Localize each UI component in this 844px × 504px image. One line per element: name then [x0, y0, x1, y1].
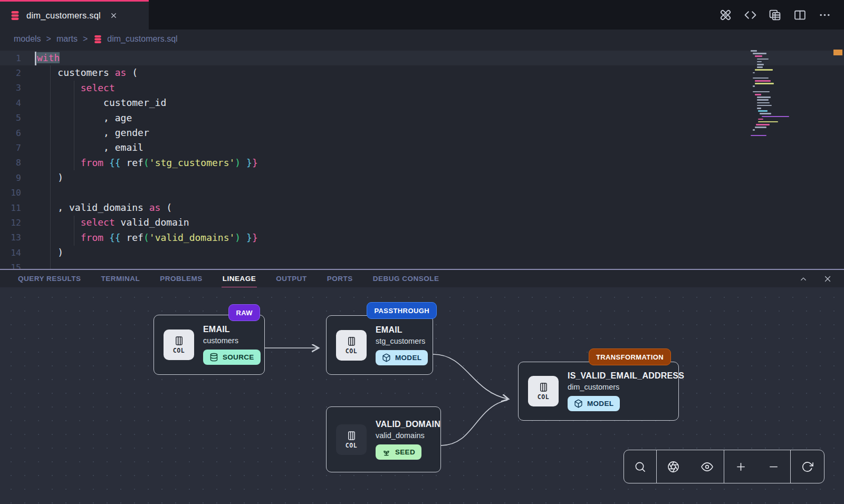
code-line-6[interactable]: 6 , gender [0, 125, 844, 140]
node-type-badge: TRANSFORMATION [589, 348, 671, 365]
zoom-out-button[interactable] [757, 450, 791, 483]
cube-icon [382, 353, 391, 362]
code-line-4[interactable]: 4 customer_id [0, 95, 844, 110]
lineage-node-valid_domains[interactable]: COLVALID_DOMAINvalid_domainsSEED [326, 406, 441, 472]
line-number: 5 [0, 113, 35, 123]
columns-icon [346, 430, 357, 441]
tab-bar: dim_customers.sql [0, 0, 844, 30]
col-chip[interactable]: COL [528, 376, 559, 406]
col-chip-label: COL [346, 347, 358, 355]
search-button[interactable] [624, 450, 656, 483]
code-line-13[interactable]: 13 from {{ ref('valid_domains') }} [0, 230, 844, 245]
split-editor-button[interactable] [793, 8, 807, 22]
panel-tab-debug-console[interactable]: DEBUG CONSOLE [373, 275, 439, 283]
line-number: 9 [0, 173, 35, 183]
database-solid-icon [93, 34, 103, 44]
code-line-14[interactable]: 14 ) [0, 245, 844, 260]
text-cursor [35, 52, 36, 65]
chevron-up-icon [799, 274, 808, 284]
code-line-10[interactable]: 10 [0, 186, 844, 200]
lineage-node-dim_customers[interactable]: TRANSFORMATIONCOLIS_VALID_EMAIL_ADDRESSd… [518, 362, 679, 421]
editor-actions [719, 0, 844, 30]
lineage-node-customers[interactable]: RAWCOLEMAILcustomersSOURCE [154, 315, 265, 375]
close-panel-button[interactable] [823, 274, 832, 284]
node-subtitle: dim_customers [568, 383, 619, 391]
code-line-1[interactable]: 1with [0, 51, 844, 65]
code-text: , age [35, 111, 132, 125]
code-editor[interactable]: 1with2 customers as (3 select4 customer_… [0, 49, 844, 269]
lineage-canvas[interactable]: RAWCOLEMAILcustomersSOURCEPASSTHROUGHCOL… [0, 287, 844, 504]
breadcrumb-separator: > [46, 34, 51, 44]
code-line-2[interactable]: 2 customers as ( [0, 65, 844, 80]
toggle-visibility-button[interactable] [690, 450, 724, 483]
code-line-7[interactable]: 7 , email [0, 140, 844, 155]
node-title: EMAIL [203, 325, 230, 334]
columns-icon [538, 382, 549, 393]
close-icon[interactable] [110, 12, 118, 20]
zoom-in-button[interactable] [724, 450, 757, 483]
col-chip[interactable]: COL [164, 329, 194, 360]
indent-guide [74, 81, 74, 170]
breadcrumb-item-models[interactable]: models [14, 34, 41, 44]
node-subtitle: customers [203, 336, 238, 345]
panel-tab-ports[interactable]: PORTS [327, 275, 353, 283]
materialization-pill: MODEL [376, 350, 428, 365]
columns-icon [174, 335, 185, 346]
code-text: ) [35, 245, 63, 260]
database-solid-icon [9, 10, 21, 21]
indent-guide [74, 216, 74, 246]
lineage-node-stg_customers[interactable]: PASSTHROUGHCOLEMAILstg_customersMODEL [326, 315, 433, 375]
code-text: , email [35, 140, 143, 155]
code-text: with [35, 51, 60, 65]
line-number: 14 [0, 248, 35, 258]
col-chip-label: COL [346, 442, 358, 449]
panel-tab-lineage[interactable]: LINEAGE [223, 275, 256, 283]
code-text: , gender [35, 125, 149, 140]
code-text: select valid_domain [35, 215, 189, 230]
code-line-15[interactable]: 15 [0, 260, 844, 269]
line-number: 10 [0, 188, 35, 198]
code-text: ) [35, 170, 63, 185]
code-line-8[interactable]: 8 from {{ ref('stg_customers') }} [0, 156, 844, 170]
line-number: 6 [0, 128, 35, 138]
code-line-3[interactable]: 3 select [0, 81, 844, 95]
node-type-badge: PASSTHROUGH [367, 302, 437, 319]
aperture-button[interactable] [657, 450, 690, 483]
minimap[interactable] [751, 50, 809, 138]
line-number: 1 [0, 53, 35, 63]
copy-table-icon [769, 8, 782, 22]
inline-code-button[interactable] [744, 8, 757, 22]
line-number: 11 [0, 203, 35, 213]
more-actions-icon [818, 8, 831, 22]
panel-tab-problems[interactable]: PROBLEMS [160, 275, 203, 283]
materialization-pill: MODEL [568, 396, 620, 411]
panel-tab-query-results[interactable]: QUERY RESULTS [18, 275, 81, 283]
col-chip[interactable]: COL [336, 424, 367, 455]
line-number: 4 [0, 98, 35, 108]
node-title: VALID_DOMAIN [376, 420, 440, 429]
indent-guide [50, 65, 51, 269]
dbt-logo-icon [719, 8, 732, 22]
collapse-panel-button[interactable] [799, 274, 808, 284]
col-chip[interactable]: COL [336, 330, 367, 361]
panel-tab-output[interactable]: OUTPUT [276, 275, 307, 283]
plus-icon [735, 461, 747, 473]
breadcrumb-item-marts[interactable]: marts [56, 34, 78, 44]
breadcrumb-item-file[interactable]: dim_customers.sql [93, 34, 177, 44]
tab-dim-customers[interactable]: dim_customers.sql [0, 0, 149, 30]
more-actions-button[interactable] [818, 8, 831, 22]
line-number: 2 [0, 68, 35, 78]
refresh-icon [801, 461, 813, 473]
dbt-logo-button[interactable] [719, 8, 732, 22]
columns-icon [346, 336, 357, 347]
refresh-button[interactable] [791, 450, 823, 483]
materialization-pill: SOURCE [203, 350, 261, 365]
search-icon [634, 461, 646, 473]
code-line-12[interactable]: 12 select valid_domain [0, 215, 844, 230]
panel-tab-terminal[interactable]: TERMINAL [101, 275, 140, 283]
code-area[interactable]: 1with2 customers as (3 select4 customer_… [0, 49, 844, 269]
code-line-11[interactable]: 11 , valid_domains as ( [0, 200, 844, 215]
code-line-5[interactable]: 5 , age [0, 111, 844, 125]
code-line-9[interactable]: 9 ) [0, 170, 844, 185]
copy-table-button[interactable] [769, 8, 782, 22]
